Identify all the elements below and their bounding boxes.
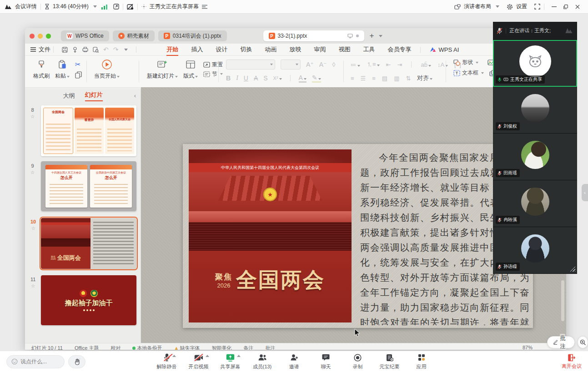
align-center-icon[interactable]: ☰: [361, 75, 366, 82]
annotate-button[interactable]: 批注: [547, 336, 575, 348]
layout-switch-button[interactable]: 演讲者布局: [454, 3, 499, 10]
minimize-traffic-light[interactable]: [38, 34, 43, 39]
menu-design[interactable]: 设计: [209, 44, 234, 56]
text-direction-icon[interactable]: ab̄: [421, 61, 431, 68]
print-icon[interactable]: [82, 47, 88, 52]
comments-button[interactable]: 批注: [265, 345, 275, 350]
raise-hand-button[interactable]: [68, 355, 85, 368]
quick-chat-input[interactable]: [6, 355, 65, 368]
menu-insert[interactable]: 插入: [185, 44, 209, 56]
shapes-button[interactable]: 形状: [453, 59, 478, 66]
increase-indent-icon[interactable]: ⇥: [397, 61, 402, 68]
font-color-icon[interactable]: A: [299, 74, 307, 83]
bold-icon[interactable]: B: [226, 74, 231, 82]
copy-icon[interactable]: [75, 71, 82, 79]
settings-button[interactable]: 设置: [507, 3, 527, 10]
align-left-icon[interactable]: ≡: [351, 75, 354, 82]
tab-docer[interactable]: ✦ 稻壳素材: [113, 30, 155, 41]
tab-wps-office[interactable]: W WPS Office: [61, 30, 109, 41]
textbox-button[interactable]: 文本框: [453, 69, 484, 77]
star-icon[interactable]: ☆: [30, 170, 35, 175]
local-backup-status[interactable]: 本地备份开: [132, 345, 162, 350]
menu-review[interactable]: 审阅: [307, 44, 332, 56]
column-icon[interactable]: ▥: [394, 75, 399, 82]
canvas-scrollbar-thumb[interactable]: [561, 280, 564, 321]
list-icon[interactable]: [202, 5, 207, 9]
file-menu[interactable]: 文件: [30, 45, 50, 54]
layout-button[interactable]: 版式: [183, 59, 198, 80]
record-button[interactable]: 录制: [348, 353, 368, 370]
decrease-font-icon[interactable]: A⁻: [319, 61, 327, 68]
yuanbao-minutes-button[interactable]: 元宝纪要: [380, 353, 400, 370]
panel-resize-handle[interactable]: [570, 266, 575, 272]
meeting-timer[interactable]: 13:46 (40分钟): [45, 3, 97, 10]
meeting-details-button[interactable]: 会议详情: [5, 3, 37, 10]
chevron-up-icon[interactable]: [237, 355, 241, 357]
invite-button[interactable]: 邀请: [284, 353, 304, 370]
tab-pptx-1[interactable]: P 0314培训会 (1).pptx: [158, 30, 227, 41]
network-signal[interactable]: [101, 4, 108, 10]
bullet-list-icon[interactable]: ≔: [351, 61, 360, 68]
numbered-list-icon[interactable]: ⒈≡: [367, 60, 380, 69]
current-slide[interactable]: 中华人民共和国第十四届全国人民代表大会第四次会议 ★ 聚焦 2026 全国两会 …: [183, 144, 533, 328]
redo-icon[interactable]: ↷: [113, 46, 119, 53]
align-menu-button[interactable]: 对齐: [417, 74, 432, 82]
tab-outline[interactable]: 大纲: [63, 92, 75, 100]
strikethrough-icon[interactable]: A: [254, 74, 258, 82]
chevron-up-icon[interactable]: [206, 355, 209, 357]
members-button[interactable]: 成员(13): [252, 353, 272, 370]
star-icon[interactable]: ☆: [31, 226, 35, 231]
decrease-indent-icon[interactable]: ⇤: [386, 61, 391, 68]
font-size-select[interactable]: [281, 60, 301, 69]
new-tab-button[interactable]: +: [370, 31, 374, 40]
slide-thumbnail-8[interactable]: 全国两会 看差异 全国人民代表大会: [41, 105, 136, 156]
participant-tile-wangxiuwen[interactable]: 王秀文正在共享: [493, 40, 577, 87]
line-spacing-icon[interactable]: ↕A: [437, 61, 448, 68]
reset-button[interactable]: 重置: [203, 61, 223, 69]
chat-button[interactable]: 聊天: [316, 353, 336, 370]
new-slide-button[interactable]: 新建幻灯片: [147, 59, 178, 80]
section-button[interactable]: 节: [203, 70, 223, 78]
italic-icon[interactable]: I: [236, 74, 238, 82]
star-icon[interactable]: ☆: [30, 114, 35, 119]
undo-icon[interactable]: ↶: [103, 46, 109, 53]
format-painter-button[interactable]: 格式刷: [33, 59, 50, 80]
justify-icon[interactable]: ▤: [382, 75, 387, 82]
menu-transition[interactable]: 切换: [234, 44, 258, 56]
apps-button[interactable]: 应用: [412, 353, 432, 370]
zoom-level[interactable]: 87%: [523, 345, 533, 350]
minimize-button[interactable]: [548, 2, 560, 11]
menu-home[interactable]: 开始: [160, 44, 185, 56]
magnifier-button[interactable]: [578, 336, 588, 348]
menu-slideshow[interactable]: 放映: [283, 44, 307, 56]
chat-input-field[interactable]: [20, 358, 59, 365]
screen-cast-icon[interactable]: [347, 34, 353, 38]
export-icon[interactable]: [72, 47, 78, 53]
panel-collapse-tab[interactable]: ‹: [582, 184, 588, 201]
beauty-filter-off-button[interactable]: [127, 4, 134, 10]
shadow-icon[interactable]: S: [263, 74, 267, 82]
window-traffic-lights[interactable]: [30, 34, 51, 39]
smart-beautify-button[interactable]: 智能美化: [211, 345, 231, 350]
quick-tools-chevron-icon[interactable]: [124, 49, 128, 51]
save-icon[interactable]: [62, 47, 68, 53]
menu-membership[interactable]: 会员专享: [381, 44, 417, 56]
notes-button[interactable]: 备注: [243, 345, 253, 350]
tab-slides[interactable]: 幻灯片: [85, 91, 103, 101]
unmute-button[interactable]: 解除静音: [157, 353, 177, 370]
superscript-icon[interactable]: X²: [273, 75, 282, 81]
pop-out-button[interactable]: [113, 4, 119, 10]
participant-tile-tianyuyao[interactable]: 田雨瑶: [493, 134, 577, 180]
slide-thumbnail-10-selected[interactable]: 聚焦2026 全国两会: [41, 218, 136, 269]
start-video-button[interactable]: 开启视频: [189, 353, 209, 370]
participant-tile-liujunquan[interactable]: 刘俊权: [493, 87, 577, 134]
print-preview-icon[interactable]: [93, 47, 99, 53]
zoom-traffic-light[interactable]: [46, 34, 51, 39]
star-icon[interactable]: ☆: [31, 283, 35, 288]
row-spacing-icon[interactable]: ⇅: [406, 75, 411, 82]
paste-button[interactable]: 粘贴: [55, 59, 70, 80]
menu-wps-ai[interactable]: WPS AI: [423, 44, 465, 56]
share-screen-button[interactable]: 共享屏幕: [221, 353, 241, 370]
tab-list-chevron-icon[interactable]: [379, 35, 382, 37]
cut-icon[interactable]: ✂: [75, 60, 82, 69]
